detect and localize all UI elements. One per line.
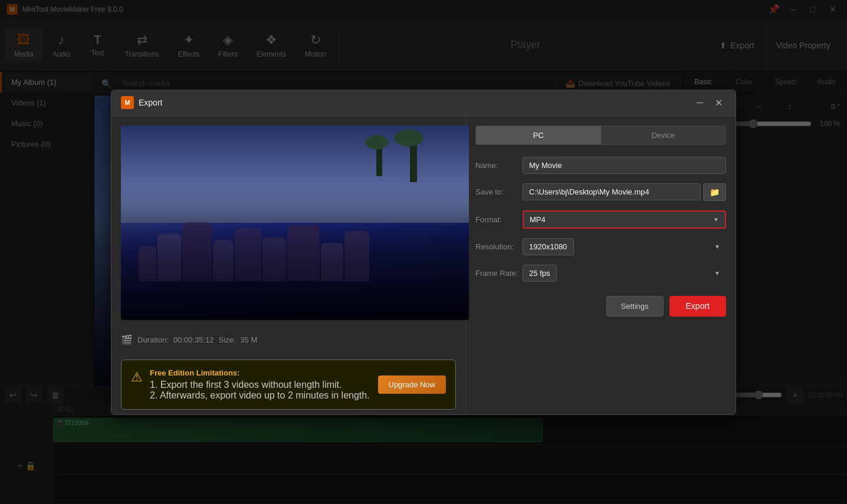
export-preview-video: [121, 126, 469, 320]
format-arrow-icon: ▼: [713, 216, 719, 223]
export-action-buttons: Settings Export: [475, 296, 726, 317]
resolution-field-row: Resolution: 1920x1080 1280x720 854x480 6…: [475, 238, 726, 255]
duration-label: Duration:: [137, 335, 169, 344]
export-warning-text: Free Edition Limitations: 1. Export the …: [150, 368, 371, 401]
export-overlay: M Export ─ ✕: [0, 0, 847, 504]
name-label: Name:: [475, 161, 523, 170]
resolution-select-wrapper: 1920x1080 1280x720 854x480 640x360: [523, 238, 726, 255]
pc-device-tabs: PC Device: [475, 126, 726, 145]
export-duration-info: 🎬 Duration: 00:00:35:12 Size: 35 M: [111, 330, 465, 355]
save-to-input[interactable]: [523, 183, 701, 200]
export-header-buttons: ─ ✕: [693, 95, 726, 111]
frame-rate-label: Frame Rate:: [475, 269, 523, 278]
frame-rate-select-wrapper: 25 fps 30 fps 60 fps 24 fps: [523, 265, 726, 282]
format-select-wrapper: MP4 AVI MOV WMV MKV FLV GIF ▼: [523, 210, 726, 229]
export-video-inner: [121, 126, 469, 320]
export-dialog-body: 🎬 Duration: 00:00:35:12 Size: 35 M ⚠ Fre…: [111, 116, 736, 414]
browse-button[interactable]: 📁: [703, 183, 726, 201]
warning-icon: ⚠: [131, 370, 143, 385]
upgrade-now-button[interactable]: Upgrade Now: [378, 375, 447, 394]
name-input[interactable]: [523, 157, 726, 174]
film-icon: 🎬: [121, 334, 133, 345]
export-preview-section: 🎬 Duration: 00:00:35:12 Size: 35 M ⚠ Fre…: [111, 116, 465, 414]
save-to-label: Save to:: [475, 187, 523, 196]
crowd-scene: [121, 126, 469, 320]
resolution-label: Resolution:: [475, 242, 523, 251]
resolution-select[interactable]: 1920x1080 1280x720 854x480 640x360: [523, 238, 574, 255]
save-to-field-row: Save to: 📁: [475, 183, 726, 201]
duration-value: 00:00:35:12: [173, 335, 214, 344]
export-settings-section: PC Device Name: Save to: 📁 Format:: [465, 116, 736, 414]
export-close-button[interactable]: ✕: [711, 95, 726, 111]
export-dialog-title: Export: [139, 98, 162, 107]
frame-rate-select[interactable]: 25 fps 30 fps 60 fps 24 fps: [523, 265, 557, 282]
export-warning-box: ⚠ Free Edition Limitations: 1. Export th…: [121, 360, 456, 410]
format-select[interactable]: MP4 AVI MOV WMV MKV FLV GIF: [530, 212, 713, 228]
name-field-row: Name:: [475, 157, 726, 174]
warning-line-1: 1. Export the first 3 videos without len…: [150, 380, 371, 390]
export-minimize-button[interactable]: ─: [693, 95, 707, 111]
warning-title: Free Edition Limitations:: [150, 368, 371, 377]
export-dialog: M Export ─ ✕: [111, 90, 736, 415]
format-label: Format:: [475, 215, 523, 224]
size-label: Size:: [218, 335, 235, 344]
pc-tab[interactable]: PC: [476, 126, 601, 144]
device-tab[interactable]: Device: [601, 126, 726, 144]
frame-rate-field-row: Frame Rate: 25 fps 30 fps 60 fps 24 fps: [475, 265, 726, 282]
export-dialog-header: M Export ─ ✕: [111, 90, 736, 116]
export-action-button[interactable]: Export: [669, 296, 726, 317]
export-dialog-logo: M: [121, 96, 134, 109]
export-header-left: M Export: [121, 96, 162, 109]
format-field-row: Format: MP4 AVI MOV WMV MKV FLV GIF ▼: [475, 210, 726, 229]
size-value: 35 M: [240, 335, 257, 344]
settings-button[interactable]: Settings: [606, 296, 664, 317]
warning-line-2: 2. Afterwards, export video up to 2 minu…: [150, 390, 371, 401]
